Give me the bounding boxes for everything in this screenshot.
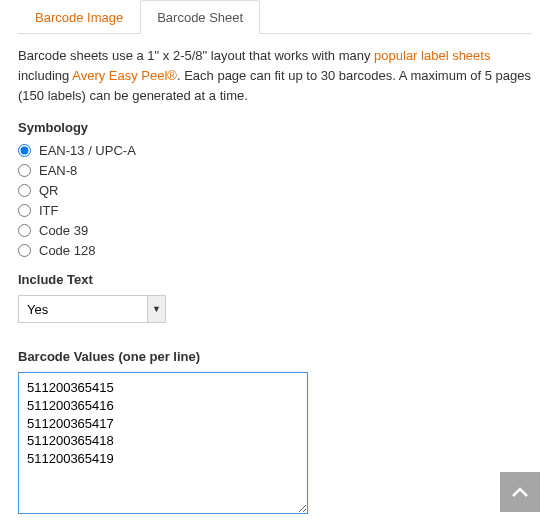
- intro-part-1: Barcode sheets use a 1" x 2-5/8" layout …: [18, 48, 374, 63]
- symbology-title: Symbology: [18, 120, 532, 135]
- radio-code39[interactable]: [18, 224, 31, 237]
- symbology-option-code128[interactable]: Code 128: [18, 243, 532, 258]
- include-text-select[interactable]: Yes: [18, 295, 166, 323]
- link-popular-label-sheets[interactable]: popular label sheets: [374, 48, 490, 63]
- radio-label: Code 128: [39, 243, 95, 258]
- radio-code128[interactable]: [18, 244, 31, 257]
- include-text-select-wrap: Yes ▼: [18, 295, 166, 323]
- symbology-option-itf[interactable]: ITF: [18, 203, 532, 218]
- radio-label: ITF: [39, 203, 59, 218]
- barcode-values-input[interactable]: [18, 372, 308, 514]
- tab-barcode-sheet[interactable]: Barcode Sheet: [140, 0, 260, 34]
- intro-text: Barcode sheets use a 1" x 2-5/8" layout …: [18, 46, 532, 106]
- radio-itf[interactable]: [18, 204, 31, 217]
- include-text-title: Include Text: [18, 272, 532, 287]
- radio-label: EAN-8: [39, 163, 77, 178]
- link-avery-easy-peel[interactable]: Avery Easy Peel®: [72, 68, 177, 83]
- radio-ean13[interactable]: [18, 144, 31, 157]
- tab-content: Barcode sheets use a 1" x 2-5/8" layout …: [0, 34, 550, 524]
- symbology-options: EAN-13 / UPC-A EAN-8 QR ITF Code 39 Code…: [18, 143, 532, 258]
- chevron-up-icon: [512, 487, 528, 497]
- barcode-values-title: Barcode Values (one per line): [18, 349, 532, 364]
- symbology-option-code39[interactable]: Code 39: [18, 223, 532, 238]
- symbology-option-qr[interactable]: QR: [18, 183, 532, 198]
- symbology-option-ean8[interactable]: EAN-8: [18, 163, 532, 178]
- radio-ean8[interactable]: [18, 164, 31, 177]
- symbology-option-ean13[interactable]: EAN-13 / UPC-A: [18, 143, 532, 158]
- scroll-to-top-button[interactable]: [500, 472, 540, 512]
- radio-label: QR: [39, 183, 59, 198]
- radio-label: EAN-13 / UPC-A: [39, 143, 136, 158]
- radio-qr[interactable]: [18, 184, 31, 197]
- tabs: Barcode Image Barcode Sheet: [18, 0, 532, 34]
- tab-barcode-image[interactable]: Barcode Image: [18, 0, 140, 34]
- radio-label: Code 39: [39, 223, 88, 238]
- intro-part-2: including: [18, 68, 72, 83]
